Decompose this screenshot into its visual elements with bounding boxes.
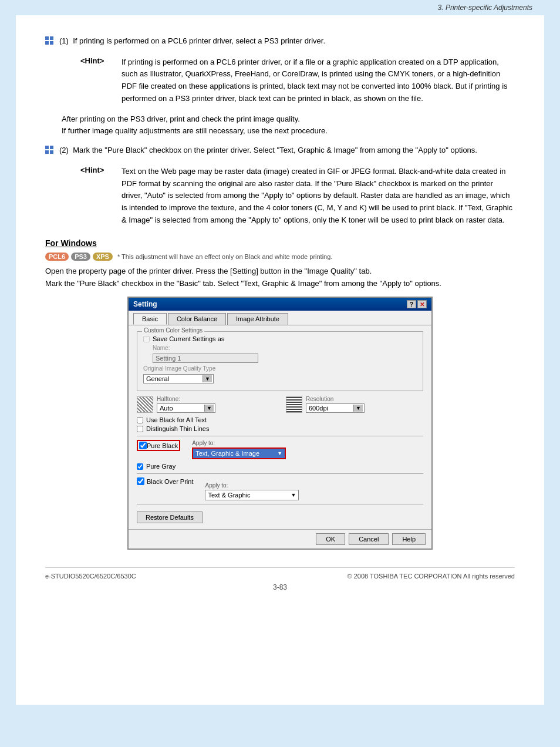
halftone-label: Halftone: [157, 396, 215, 402]
apply-to-1-section: Apply to: Text, Graphic & Image ▼ [192, 440, 286, 459]
for-windows-title: For Windows [45, 238, 515, 248]
close-icon[interactable]: ✕ [417, 300, 427, 308]
cancel-button[interactable]: Cancel [349, 533, 389, 545]
windows-desc-1: Open the property page of the printer dr… [45, 265, 515, 290]
apply-to-2-select[interactable]: Text & Graphic ▼ [205, 490, 299, 500]
badge-xps: XPS [93, 253, 113, 261]
apply-to-1-label: Apply to: [192, 440, 286, 446]
pure-black-highlighted: Pure Black [137, 440, 180, 451]
halftone-icon [137, 396, 153, 413]
use-black-row: Use Black for All Text [137, 416, 423, 423]
hint-2: <Hint> Text on the Web page may be raste… [80, 166, 515, 227]
hint-1: <Hint> If printing is performed on a PCL… [80, 56, 515, 105]
apply-to-2-arrow: ▼ [291, 492, 296, 498]
save-settings-checkbox[interactable] [143, 336, 150, 342]
step-2: (2) Mark the "Pure Black" checkbox on th… [45, 144, 515, 156]
apply-to-1-select[interactable]: Text, Graphic & Image ▼ [192, 447, 286, 459]
dialog-body: Custom Color Settings Save Current Setti… [129, 325, 431, 529]
after-step1-text: After printing on the PS3 driver, print … [62, 113, 515, 138]
black-over-print-checkbox[interactable] [137, 477, 144, 485]
page-number: 3-83 [45, 583, 515, 591]
resolution-select-arrow[interactable]: ▼ [353, 405, 363, 412]
halftone-resolution-row: Halftone: Auto ▼ [137, 396, 423, 413]
badge-pcl6: PCL6 [45, 253, 69, 261]
name-input[interactable] [153, 354, 258, 363]
hint-1-label: <Hint> [80, 56, 116, 65]
apply-to-1-select-wrap: Text, Graphic & Image ▼ [192, 447, 286, 459]
pure-black-label: Pure Black [147, 442, 178, 449]
black-over-print-checkbox-wrap: Black Over Print [137, 477, 193, 485]
quality-type-label: Original Image Quality Type [143, 365, 215, 372]
step-1-text: (1) If printing is performed on a PCL6 p… [59, 35, 515, 47]
resolution-header: Resolution 600dpi ▼ [286, 396, 423, 413]
apply-to-2-label: Apply to: [205, 482, 299, 489]
distinguish-label: Distinguish Thin Lines [146, 425, 209, 432]
halftone-col-content: Halftone: Auto ▼ [157, 396, 215, 413]
footer-left: e-STUDIO5520C/6520C/6530C [45, 573, 136, 580]
resolution-label: Resolution [306, 396, 365, 402]
tab-image-attribute[interactable]: Image Attribute [227, 313, 288, 325]
badge-note: * This adjustment will have an effect on… [117, 253, 332, 260]
apply-to-2-section: Apply to: Text & Graphic ▼ [205, 482, 299, 500]
hint-2-text: Text on the Web page may be raster data … [122, 166, 515, 227]
save-settings-label: Save Current Settings as [153, 335, 224, 342]
quality-select[interactable]: General ▼ [143, 374, 214, 383]
badge-ps3: PS3 [71, 253, 90, 261]
use-black-checkbox[interactable] [137, 417, 143, 423]
halftone-col: Halftone: Auto ▼ [137, 396, 274, 413]
name-row: Name: [153, 345, 417, 351]
group-label: Custom Color Settings [142, 327, 204, 334]
badge-row: PCL6 PS3 XPS * This adjustment will have… [45, 253, 515, 261]
pure-black-row: Pure Black Apply to: Text, Graphic & Ima… [137, 440, 423, 459]
distinguish-row: Distinguish Thin Lines [137, 425, 423, 432]
halftone-select-arrow[interactable]: ▼ [204, 405, 214, 412]
halftone-header: Halftone: Auto ▼ [137, 396, 274, 413]
quality-select-row: General ▼ [143, 374, 417, 383]
chapter-header: 3. Printer-specific Adjustments [16, 0, 544, 15]
restore-defaults-button[interactable]: Restore Defaults [137, 512, 203, 523]
dialog-titlebar: Setting ? ✕ [129, 298, 431, 311]
custom-color-group: Custom Color Settings Save Current Setti… [137, 331, 423, 391]
ok-button[interactable]: OK [316, 533, 345, 545]
apply-to-1-arrow: ▼ [277, 450, 282, 456]
black-over-print-label: Black Over Print [147, 478, 193, 485]
pure-gray-label: Pure Gray [146, 463, 176, 470]
tab-basic[interactable]: Basic [133, 313, 167, 325]
dialog-title: Setting [133, 300, 157, 308]
chapter-title: 3. Printer-specific Adjustments [438, 4, 532, 12]
resolution-icon [286, 396, 302, 413]
name-value-row [153, 354, 417, 363]
pure-gray-checkbox[interactable] [137, 463, 143, 470]
pure-gray-row: Pure Gray [137, 463, 423, 470]
dialog-tabs: Basic Color Balance Image Attribute [129, 311, 431, 325]
help-button[interactable]: Help [392, 533, 426, 545]
use-black-label: Use Black for All Text [146, 416, 207, 423]
pure-black-checkbox-wrap: Pure Black [137, 440, 180, 451]
for-windows-section: For Windows PCL6 PS3 XPS * This adjustme… [45, 238, 515, 550]
quality-label-row: Original Image Quality Type [143, 365, 417, 372]
resolution-col: Resolution 600dpi ▼ [286, 396, 423, 413]
pure-black-checkbox[interactable] [139, 442, 147, 449]
halftone-select[interactable]: Auto ▼ [157, 403, 215, 413]
hint-2-label: <Hint> [80, 166, 116, 174]
dialog-window: Setting ? ✕ Basic Color Balance Image At… [127, 297, 433, 550]
quality-select-arrow[interactable]: ▼ [203, 375, 212, 382]
black-over-print-row: Black Over Print Apply to: Text & Graphi… [137, 477, 423, 500]
tab-color-balance[interactable]: Color Balance [168, 313, 226, 325]
page-footer: e-STUDIO5520C/6520C/6530C © 2008 TOSHIBA… [45, 567, 515, 580]
step-2-text: (2) Mark the "Pure Black" checkbox on th… [59, 144, 515, 156]
resolution-col-content: Resolution 600dpi ▼ [306, 396, 365, 413]
footer-right: © 2008 TOSHIBA TEC CORPORATION All right… [348, 573, 515, 580]
dialog-title-buttons: ? ✕ [407, 300, 427, 308]
step-1-icon [45, 36, 53, 45]
save-settings-row: Save Current Settings as [143, 335, 417, 342]
step-1: (1) If printing is performed on a PCL6 p… [45, 35, 515, 47]
dialog-footer: OK Cancel Help [129, 529, 431, 549]
name-label: Name: [153, 345, 170, 351]
resolution-select[interactable]: 600dpi ▼ [306, 403, 365, 413]
step-2-icon [45, 146, 53, 154]
help-icon[interactable]: ? [407, 300, 416, 308]
hint-1-text: If printing is performed on a PCL6 print… [122, 56, 515, 105]
distinguish-checkbox[interactable] [137, 426, 143, 432]
